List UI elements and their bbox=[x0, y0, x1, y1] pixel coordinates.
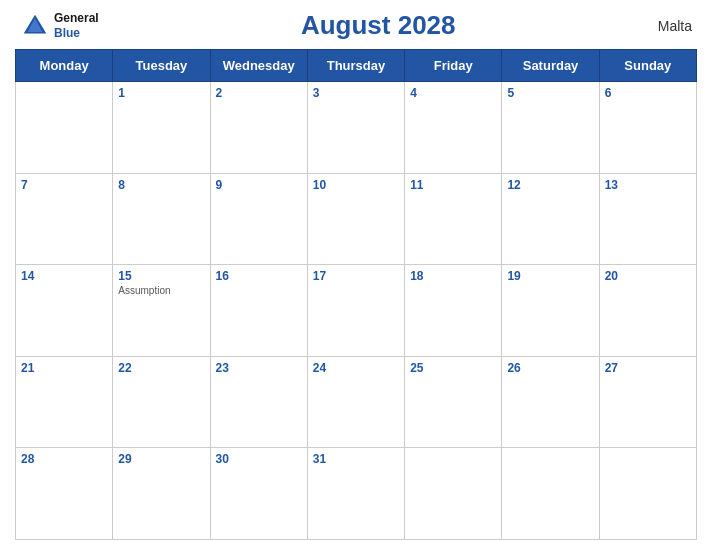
logo-general: General bbox=[54, 11, 99, 25]
day-number: 23 bbox=[216, 361, 302, 375]
logo-text: General Blue bbox=[54, 11, 99, 40]
calendar-title: August 2028 bbox=[301, 10, 456, 41]
calendar-cell: 12 bbox=[502, 173, 599, 265]
day-number: 21 bbox=[21, 361, 107, 375]
day-number: 18 bbox=[410, 269, 496, 283]
calendar-cell: 4 bbox=[405, 82, 502, 174]
calendar-cell: 24 bbox=[307, 356, 404, 448]
day-number: 30 bbox=[216, 452, 302, 466]
calendar-week-row: 1415Assumption1617181920 bbox=[16, 265, 697, 357]
calendar-cell: 11 bbox=[405, 173, 502, 265]
day-number: 13 bbox=[605, 178, 691, 192]
calendar-table: MondayTuesdayWednesdayThursdayFridaySatu… bbox=[15, 49, 697, 540]
weekday-header-wednesday: Wednesday bbox=[210, 50, 307, 82]
day-number: 4 bbox=[410, 86, 496, 100]
calendar-cell: 26 bbox=[502, 356, 599, 448]
calendar-cell: 23 bbox=[210, 356, 307, 448]
weekday-header-thursday: Thursday bbox=[307, 50, 404, 82]
calendar-cell: 2 bbox=[210, 82, 307, 174]
calendar-cell: 3 bbox=[307, 82, 404, 174]
calendar-cell: 19 bbox=[502, 265, 599, 357]
calendar-cell: 20 bbox=[599, 265, 696, 357]
calendar-week-row: 78910111213 bbox=[16, 173, 697, 265]
weekday-header-saturday: Saturday bbox=[502, 50, 599, 82]
day-number: 20 bbox=[605, 269, 691, 283]
calendar-cell: 8 bbox=[113, 173, 210, 265]
calendar-cell: 18 bbox=[405, 265, 502, 357]
calendar-cell bbox=[405, 448, 502, 540]
calendar-header: General Blue August 2028 Malta bbox=[15, 10, 697, 41]
calendar-cell: 31 bbox=[307, 448, 404, 540]
calendar-cell: 5 bbox=[502, 82, 599, 174]
day-number: 27 bbox=[605, 361, 691, 375]
logo: General Blue bbox=[20, 11, 99, 41]
calendar-cell bbox=[16, 82, 113, 174]
calendar-cell bbox=[599, 448, 696, 540]
holiday-label: Assumption bbox=[118, 285, 204, 296]
calendar-cell: 28 bbox=[16, 448, 113, 540]
logo-icon bbox=[20, 11, 50, 41]
day-number: 1 bbox=[118, 86, 204, 100]
calendar-cell bbox=[502, 448, 599, 540]
logo-blue: Blue bbox=[54, 26, 80, 40]
day-number: 24 bbox=[313, 361, 399, 375]
calendar-cell: 27 bbox=[599, 356, 696, 448]
day-number: 26 bbox=[507, 361, 593, 375]
day-number: 25 bbox=[410, 361, 496, 375]
day-number: 19 bbox=[507, 269, 593, 283]
calendar-cell: 15Assumption bbox=[113, 265, 210, 357]
calendar-cell: 22 bbox=[113, 356, 210, 448]
calendar-cell: 7 bbox=[16, 173, 113, 265]
day-number: 8 bbox=[118, 178, 204, 192]
day-number: 5 bbox=[507, 86, 593, 100]
day-number: 28 bbox=[21, 452, 107, 466]
calendar-cell: 16 bbox=[210, 265, 307, 357]
calendar-cell: 30 bbox=[210, 448, 307, 540]
day-number: 6 bbox=[605, 86, 691, 100]
weekday-header-tuesday: Tuesday bbox=[113, 50, 210, 82]
day-number: 15 bbox=[118, 269, 204, 283]
day-number: 2 bbox=[216, 86, 302, 100]
day-number: 12 bbox=[507, 178, 593, 192]
calendar-cell: 6 bbox=[599, 82, 696, 174]
calendar-week-row: 123456 bbox=[16, 82, 697, 174]
calendar-cell: 10 bbox=[307, 173, 404, 265]
day-number: 10 bbox=[313, 178, 399, 192]
day-number: 3 bbox=[313, 86, 399, 100]
day-number: 9 bbox=[216, 178, 302, 192]
weekday-header-friday: Friday bbox=[405, 50, 502, 82]
calendar-cell: 17 bbox=[307, 265, 404, 357]
day-number: 29 bbox=[118, 452, 204, 466]
day-number: 11 bbox=[410, 178, 496, 192]
day-number: 16 bbox=[216, 269, 302, 283]
calendar-cell: 9 bbox=[210, 173, 307, 265]
calendar-cell: 21 bbox=[16, 356, 113, 448]
calendar-cell: 13 bbox=[599, 173, 696, 265]
day-number: 17 bbox=[313, 269, 399, 283]
day-number: 31 bbox=[313, 452, 399, 466]
calendar-cell: 14 bbox=[16, 265, 113, 357]
calendar-cell: 1 bbox=[113, 82, 210, 174]
day-number: 22 bbox=[118, 361, 204, 375]
weekday-header-row: MondayTuesdayWednesdayThursdayFridaySatu… bbox=[16, 50, 697, 82]
weekday-header-sunday: Sunday bbox=[599, 50, 696, 82]
country-label: Malta bbox=[658, 18, 692, 34]
calendar-cell: 25 bbox=[405, 356, 502, 448]
day-number: 7 bbox=[21, 178, 107, 192]
calendar-week-row: 21222324252627 bbox=[16, 356, 697, 448]
calendar-week-row: 28293031 bbox=[16, 448, 697, 540]
calendar-cell: 29 bbox=[113, 448, 210, 540]
day-number: 14 bbox=[21, 269, 107, 283]
weekday-header-monday: Monday bbox=[16, 50, 113, 82]
